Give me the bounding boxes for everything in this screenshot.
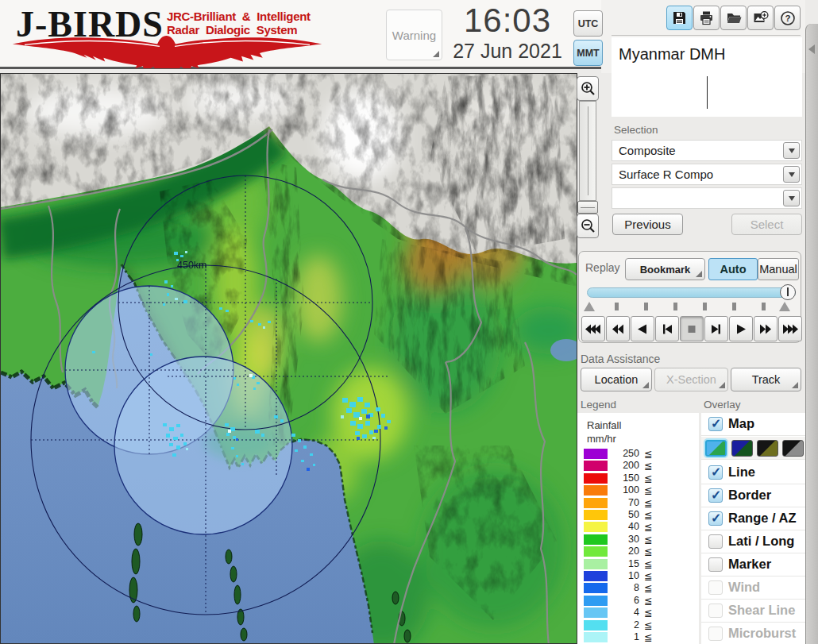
legend-row: 200≦ <box>577 460 699 472</box>
play-reverse-button[interactable] <box>631 316 654 341</box>
legend-comparator: ≦ <box>644 546 652 557</box>
play-icon <box>735 324 747 334</box>
timeline-tick <box>644 303 648 310</box>
overlay-item-shear-line[interactable]: Shear Line <box>701 600 805 623</box>
range-az-checkbox[interactable] <box>708 511 723 526</box>
legend-comparator: ≦ <box>644 497 652 509</box>
legend-swatch <box>584 510 608 520</box>
stop-icon <box>686 324 697 334</box>
replay-slider-handle[interactable] <box>780 284 796 300</box>
station-box[interactable]: Myanmar DMH <box>612 37 802 117</box>
text-cursor <box>707 76 708 109</box>
track-button[interactable]: Track <box>731 368 801 391</box>
selection-dropdown-category[interactable]: Composite <box>612 140 802 161</box>
overlay-item-map[interactable]: Map <box>701 413 805 436</box>
legend-comparator: ≦ <box>644 534 652 546</box>
step-back-button[interactable] <box>655 316 679 341</box>
overlay-item-wind[interactable]: Wind <box>701 577 805 600</box>
border-checkbox[interactable] <box>708 488 723 503</box>
legend-swatch <box>584 522 608 532</box>
overlay-item-label: Lati / Long <box>728 534 794 549</box>
fast-rewind-button[interactable] <box>606 316 630 341</box>
selection-dropdown-product[interactable]: Surface R Compo <box>612 164 802 185</box>
logo-tagline-line1: JRC-Brilliant & Intelligent <box>167 10 311 23</box>
help-button[interactable]: ? <box>774 6 801 30</box>
timezone-mmt-button[interactable]: MMT <box>573 40 603 66</box>
zoom-out-button[interactable] <box>577 214 599 238</box>
legend-row: 40≦ <box>577 521 699 533</box>
radar-map-canvas: 450km <box>1 74 577 643</box>
legend-swatch <box>584 498 608 508</box>
save-button[interactable] <box>666 6 693 30</box>
timeline-end-marker <box>779 302 790 311</box>
seek-first-button[interactable] <box>581 316 605 341</box>
timezone-utc-button[interactable]: UTC <box>573 10 603 37</box>
play-button[interactable] <box>729 316 753 341</box>
bookmark-button[interactable]: Bookmark <box>625 258 705 280</box>
location-button[interactable]: Location <box>581 368 652 391</box>
microburst-checkbox[interactable] <box>708 627 723 641</box>
seek-last-button[interactable] <box>778 316 802 341</box>
map-style-dark-button[interactable] <box>731 440 753 457</box>
timeline-tick <box>703 303 707 310</box>
map-style-terrain-button[interactable] <box>705 440 727 457</box>
zoom-in-button[interactable] <box>577 76 599 101</box>
legend-comparator: ≦ <box>644 484 652 496</box>
previous-button[interactable]: Previous <box>612 214 683 235</box>
overlay-item-line[interactable]: Line <box>701 461 805 484</box>
legend-row: 10≦ <box>577 570 699 582</box>
overlay-item-marker[interactable]: Marker <box>701 553 805 577</box>
map-style-grey-button[interactable] <box>782 440 804 457</box>
legend-value: 20 <box>609 546 639 557</box>
play-reverse-icon <box>636 324 649 334</box>
legend-comparator: ≦ <box>644 619 652 631</box>
line-checkbox[interactable] <box>708 465 723 480</box>
map-style-olive-button[interactable] <box>757 440 778 457</box>
snapshot-button[interactable] <box>747 6 774 30</box>
legend-value: 250 <box>609 448 639 459</box>
zoom-slider-handle[interactable] <box>577 201 598 214</box>
radar-map[interactable]: 450km <box>0 73 577 644</box>
seek-first-icon <box>585 324 601 334</box>
step-forward-button[interactable] <box>704 316 728 341</box>
wind-checkbox[interactable] <box>708 580 723 595</box>
legend-value: 15 <box>609 558 639 569</box>
chevron-down-icon[interactable] <box>783 142 800 159</box>
legend-comparator: ≦ <box>644 607 652 619</box>
map-style-row <box>701 437 805 460</box>
manual-mode-button[interactable]: Manual <box>758 258 799 280</box>
overlay-item-range-az[interactable]: Range / AZ <box>701 507 805 530</box>
overlay-item-lati-long[interactable]: Lati / Long <box>701 530 805 553</box>
snapshot-icon <box>753 10 769 26</box>
panel-collapse-strip[interactable] <box>805 24 818 644</box>
print-button[interactable] <box>693 6 720 30</box>
legend-comparator: ≦ <box>644 509 652 521</box>
chevron-down-icon[interactable] <box>783 166 800 183</box>
legend-value: 1 <box>609 631 639 642</box>
chevron-down-icon[interactable] <box>783 190 800 206</box>
overlay-item-label: Map <box>728 416 754 431</box>
legend-row: 6≦ <box>577 595 699 607</box>
zoom-slider-track[interactable] <box>579 101 596 201</box>
xsection-button[interactable]: X-Section <box>654 368 728 391</box>
legend-swatch <box>584 571 608 581</box>
select-button[interactable]: Select <box>731 214 802 235</box>
legend-unit-line2: mm/hr <box>587 432 621 445</box>
open-folder-button[interactable] <box>720 6 747 30</box>
replay-timeline-slider[interactable] <box>587 287 796 298</box>
fast-forward-button[interactable] <box>754 316 777 341</box>
auto-mode-button[interactable]: Auto <box>708 258 758 280</box>
lati-long-checkbox[interactable] <box>708 534 723 549</box>
legend-comparator: ≦ <box>644 558 652 570</box>
legend-value: 30 <box>609 534 639 545</box>
help-icon: ? <box>780 10 796 26</box>
marker-checkbox[interactable] <box>708 557 723 572</box>
selection-dropdown-extra[interactable] <box>612 187 802 209</box>
stop-button[interactable] <box>680 316 704 341</box>
legend-row: 20≦ <box>577 546 699 557</box>
map-checkbox[interactable] <box>708 417 723 431</box>
shear-line-checkbox[interactable] <box>708 604 723 618</box>
overlay-item-microburst[interactable]: Microburst <box>701 623 805 644</box>
overlay-item-border[interactable]: Border <box>701 484 805 507</box>
legend-panel: Rainfall mm/hr 250≦ 200≦ 150≦ 100≦ 70≦ 5… <box>577 413 699 644</box>
